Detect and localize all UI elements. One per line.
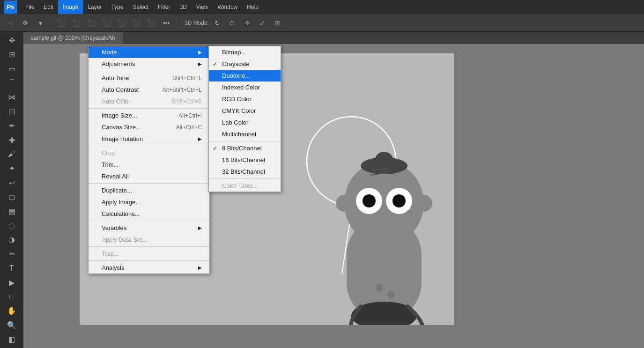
tool-artboard[interactable]: ⊞	[4, 48, 20, 61]
menu-trim[interactable]: Trim...	[89, 159, 209, 170]
trap-label: Trap...	[102, 250, 119, 257]
mode-divider-1	[209, 141, 281, 141]
mode-16bit[interactable]: 16 Bits/Channel	[209, 154, 281, 166]
tool-magic-wand[interactable]: ⋈	[4, 91, 20, 104]
tool-lasso[interactable]: ⌒	[4, 76, 20, 89]
tool-healing[interactable]: ✚	[4, 133, 20, 147]
16bit-label: 16 Bits/Channel	[222, 156, 265, 163]
main-area: ✥ ⊞ ▭ ⌒ ⋈ ⊡ ✒ ✚ 🖌 ✦ ↩ ◻ ▤ ◌ ◑ ✏ T ▶ □ ✋ …	[0, 32, 644, 348]
mode-color-table[interactable]: Color Table...	[209, 180, 281, 192]
3d-scale[interactable]: ⊞	[271, 16, 284, 30]
tool-pen[interactable]: ✏	[4, 247, 20, 260]
svg-point-19	[387, 291, 395, 298]
menu-variables[interactable]: Variables ▶	[89, 222, 209, 234]
more-options[interactable]: •••	[160, 16, 173, 30]
tool-shape[interactable]: □	[4, 290, 20, 303]
tool-eyedropper[interactable]: ✒	[4, 119, 20, 132]
mode-32bit[interactable]: 32 Bits/Channel	[209, 166, 281, 178]
tool-zoom[interactable]: 🔍	[4, 318, 20, 332]
mode-lab[interactable]: Lab Color	[209, 117, 281, 128]
menu-analysis[interactable]: Analysis ▶	[89, 262, 209, 274]
menu-image-rotation[interactable]: Image Rotation ▶	[89, 133, 209, 145]
align-extra[interactable]: ⬛	[145, 16, 158, 30]
tool-path-select[interactable]: ▶	[4, 276, 20, 289]
image-size-label: Image Size...	[102, 112, 137, 119]
mode-duotone[interactable]: Duotone...	[209, 70, 281, 81]
tool-type[interactable]: T	[4, 262, 20, 275]
svg-point-11	[369, 200, 373, 205]
mode-rgb[interactable]: RGB Color	[209, 93, 281, 105]
mode-cmyk[interactable]: CMYK Color	[209, 105, 281, 117]
menu-canvas-size[interactable]: Canvas Size... Alt+Ctrl+C	[89, 121, 209, 133]
menu-filter[interactable]: Filter	[153, 0, 175, 14]
divider-5	[89, 221, 209, 221]
canvas-size-label: Canvas Size...	[102, 124, 141, 131]
3d-orbit[interactable]: ⊙	[226, 16, 239, 30]
menu-mode[interactable]: Mode ▶	[89, 46, 209, 58]
menu-calculations[interactable]: Calculations...	[89, 208, 209, 220]
menu-file[interactable]: File	[21, 0, 39, 14]
menu-type[interactable]: Type	[106, 0, 128, 14]
menu-apply-dataset[interactable]: Apply Data Set...	[89, 234, 209, 245]
divider-4	[89, 183, 209, 184]
3d-rotate[interactable]: ↻	[211, 16, 224, 30]
multichannel-label: Multichannel	[222, 131, 256, 138]
mode-submenu: Bitmap... ✓ Grayscale Duotone... Indexed…	[208, 46, 281, 192]
align-right[interactable]: ⬛	[85, 16, 98, 30]
menu-window[interactable]: Window	[213, 0, 243, 14]
menu-image[interactable]: Image	[58, 0, 83, 14]
tool-blur[interactable]: ◌	[4, 219, 20, 232]
menu-duplicate[interactable]: Duplicate...	[89, 185, 209, 196]
menu-3d[interactable]: 3D	[175, 0, 191, 14]
8bit-check: ✓	[213, 145, 217, 152]
mode-grayscale[interactable]: ✓ Grayscale	[209, 58, 281, 70]
tool-marquee-rect[interactable]: ▭	[4, 62, 20, 75]
tool-hand[interactable]: ✋	[4, 304, 20, 318]
file-tab[interactable]: sample.gif @ 100% (Grayscale/8)	[23, 32, 123, 44]
3d-slide[interactable]: ⤢	[256, 16, 269, 30]
align-center-v[interactable]: ⬛	[115, 16, 128, 30]
auto-color-shortcut: Shift+Ctrl+B	[171, 98, 202, 105]
tool-dodge[interactable]: ◑	[4, 233, 20, 246]
align-left[interactable]: ⬛	[55, 16, 68, 30]
mode-arrow: ▶	[198, 50, 202, 55]
menu-crop[interactable]: Crop	[89, 147, 209, 159]
menu-apply-image[interactable]: Apply Image...	[89, 196, 209, 208]
align-bottom[interactable]: ⬛	[130, 16, 143, 30]
tool-eraser[interactable]: ◻	[4, 190, 20, 203]
svg-point-13	[392, 194, 406, 207]
tool-gradient[interactable]: ▤	[4, 205, 20, 218]
align-top[interactable]: ⬛	[100, 16, 113, 30]
menu-edit[interactable]: Edit	[39, 0, 58, 14]
3d-pan[interactable]: ✛	[241, 16, 254, 30]
menu-auto-tone[interactable]: Auto Tone Shift+Ctrl+L	[89, 72, 209, 84]
align-center-h[interactable]: ⬛	[70, 16, 83, 30]
menu-select[interactable]: Select	[128, 0, 153, 14]
mode-indexed-color[interactable]: Indexed Color	[209, 81, 281, 93]
mode-bitmap[interactable]: Bitmap...	[209, 46, 281, 58]
menu-view[interactable]: View	[192, 0, 213, 14]
mode-multichannel[interactable]: Multichannel	[209, 128, 281, 140]
tool-bg-fg[interactable]: ◧	[4, 333, 20, 346]
menu-auto-contrast[interactable]: Auto Contrast Alt+Shift+Ctrl+L	[89, 84, 209, 96]
toolbar-left: ✥ ⊞ ▭ ⌒ ⋈ ⊡ ✒ ✚ 🖌 ✦ ↩ ◻ ▤ ◌ ◑ ✏ T ▶ □ ✋ …	[0, 32, 23, 348]
tb-arrow[interactable]: ▾	[34, 16, 47, 30]
menu-trap[interactable]: Trap...	[89, 248, 209, 259]
svg-point-16	[415, 195, 432, 212]
menu-adjustments[interactable]: Adjustments ▶	[89, 58, 209, 70]
menu-image-size[interactable]: Image Size... Alt+Ctrl+I	[89, 110, 209, 121]
move-tool[interactable]: ✥	[19, 16, 32, 30]
tool-crop[interactable]: ⊡	[4, 105, 20, 118]
mode-8bit[interactable]: ✓ 8 Bits/Channel	[209, 142, 281, 154]
tool-clone[interactable]: ✦	[4, 162, 20, 175]
tool-move[interactable]: ✥	[4, 34, 20, 47]
menu-auto-color[interactable]: Auto Color Shift+Ctrl+B	[89, 96, 209, 107]
menu-reveal-all[interactable]: Reveal All	[89, 170, 209, 182]
home-button[interactable]: ⌂	[4, 16, 17, 30]
tool-brush[interactable]: 🖌	[4, 148, 20, 161]
canvas-area: sample.gif @ 100% (Grayscale/8)	[23, 32, 644, 348]
menu-help[interactable]: Help	[242, 0, 263, 14]
menu-layer[interactable]: Layer	[83, 0, 106, 14]
bitmap-label: Bitmap...	[222, 49, 246, 56]
tool-history[interactable]: ↩	[4, 176, 20, 189]
